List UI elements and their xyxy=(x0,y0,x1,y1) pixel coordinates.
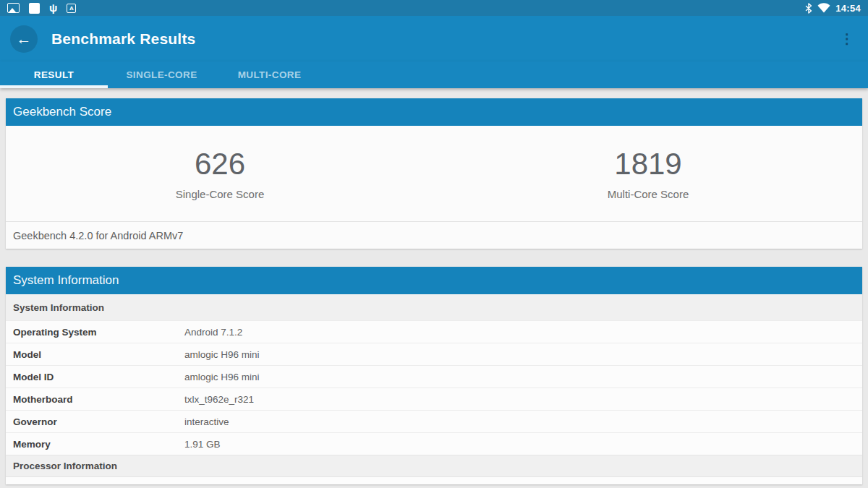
geekbench-version-note: Geekbench 4.2.0 for Android ARMv7 xyxy=(6,221,862,249)
row-label: Memory xyxy=(6,439,184,450)
active-tab-indicator xyxy=(0,85,108,88)
tab-multi-core[interactable]: MULTI-CORE xyxy=(216,61,323,88)
square-icon xyxy=(29,3,40,14)
table-row xyxy=(6,477,862,484)
processor-information-subheader: Processor Information xyxy=(6,455,862,477)
status-bar-left-icons: ψ A xyxy=(7,3,76,14)
single-core-score-value: 626 xyxy=(195,147,245,181)
overflow-menu-button[interactable]: ⋮ xyxy=(836,30,858,47)
scores-row: 626 Single-Core Score 1819 Multi-Core Sc… xyxy=(6,126,862,221)
multi-core-score-value: 1819 xyxy=(614,147,681,181)
row-value: 1.91 GB xyxy=(184,439,221,450)
overflow-menu-icon: ⋮ xyxy=(841,31,854,46)
letter-a-icon: A xyxy=(67,4,76,13)
row-value: txlx_t962e_r321 xyxy=(184,394,254,405)
single-core-score-label: Single-Core Score xyxy=(176,188,265,200)
table-row: Governor interactive xyxy=(6,410,862,432)
multi-core-score-block: 1819 Multi-Core Score xyxy=(434,126,862,221)
row-value: Android 7.1.2 xyxy=(184,327,242,338)
table-row: Operating System Android 7.1.2 xyxy=(6,320,862,343)
bluetooth-icon xyxy=(805,3,812,14)
system-information-header: System Information xyxy=(6,267,862,294)
system-information-card: System Information System Information Op… xyxy=(6,267,862,484)
wifi-icon xyxy=(817,3,830,13)
row-value: interactive xyxy=(184,416,229,427)
row-label: Governor xyxy=(6,416,184,427)
row-label: Model xyxy=(6,349,184,360)
row-value: amlogic H96 mini xyxy=(184,349,260,360)
row-label: Operating System xyxy=(6,327,184,338)
row-value: amlogic H96 mini xyxy=(184,372,260,382)
tab-single-core[interactable]: SINGLE-CORE xyxy=(108,61,216,88)
system-information-subheader: System Information xyxy=(6,294,862,320)
tab-result[interactable]: RESULT xyxy=(0,61,108,88)
table-row: Memory 1.91 GB xyxy=(6,432,862,455)
tab-bar: RESULT SINGLE-CORE MULTI-CORE xyxy=(0,61,868,88)
status-bar-right: 14:54 xyxy=(805,3,861,14)
row-label: Motherboard xyxy=(6,394,184,405)
row-label: Model ID xyxy=(6,372,184,382)
usb-icon: ψ xyxy=(49,3,57,13)
multi-core-score-label: Multi-Core Score xyxy=(608,188,689,200)
clock: 14:54 xyxy=(835,3,861,14)
table-row: Model amlogic H96 mini xyxy=(6,343,862,365)
status-bar: ψ A 14:54 xyxy=(0,0,868,16)
back-button[interactable]: ← xyxy=(10,25,38,53)
app-bar: ← Benchmark Results ⋮ xyxy=(0,16,868,61)
content-area: Geekbench Score 626 Single-Core Score 18… xyxy=(0,88,868,484)
table-row: Model ID amlogic H96 mini xyxy=(6,365,862,388)
page-title: Benchmark Results xyxy=(51,30,195,48)
single-core-score-block: 626 Single-Core Score xyxy=(6,126,434,221)
geekbench-score-header: Geekbench Score xyxy=(6,98,862,126)
gallery-icon xyxy=(7,3,20,13)
back-arrow-icon: ← xyxy=(17,30,32,48)
geekbench-score-card: Geekbench Score 626 Single-Core Score 18… xyxy=(6,98,862,249)
table-row: Motherboard txlx_t962e_r321 xyxy=(6,388,862,410)
